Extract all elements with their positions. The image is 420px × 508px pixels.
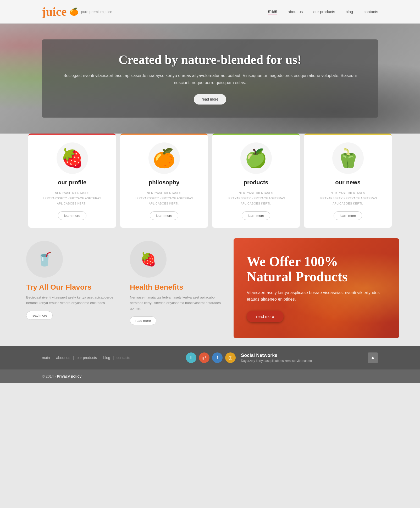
footer-separator-3: |	[100, 355, 101, 360]
card-fruit-3: 🫑	[332, 142, 364, 174]
promo-text-0: Beciegast riveriti vitaesaert asety kert…	[26, 295, 125, 306]
nav-about[interactable]: about us	[288, 9, 303, 14]
feature-card-1: 🍊 philosophy NERTYASE RIERTASESLERTYARSS…	[120, 134, 208, 228]
card-fruit-1: 🍊	[148, 142, 180, 174]
social-label-block: Social Networks Dayarzety kertya aseplic…	[241, 353, 312, 363]
footer-link-about-us[interactable]: about us	[56, 356, 70, 360]
nav-contacts[interactable]: contacts	[363, 9, 378, 14]
promo-read-more-btn-1[interactable]: read more	[130, 316, 156, 325]
card-desc-1: NERTYASE RIERTASESLERTYARSSETY KERTYACE …	[125, 191, 203, 206]
promo-circle-1: 🍓	[130, 241, 167, 278]
hero-title: Created by nature-blended for us!	[63, 52, 357, 67]
footer-links: main|about us|our products|blog|contacts	[42, 355, 130, 360]
footer-link-our-products[interactable]: our products	[76, 356, 97, 360]
social-icon-facebook[interactable]: f	[212, 352, 223, 363]
card-desc-2: NERTYASE RIERTASESLERTYARSSETY KERTYACE …	[217, 191, 295, 206]
card-learn-more-btn-1[interactable]: learn more	[150, 211, 178, 220]
promo-title-1: Health Benefits	[130, 283, 228, 292]
card-title-2: products	[217, 179, 295, 186]
card-learn-more-btn-3[interactable]: learn more	[334, 211, 362, 220]
privacy-policy-link[interactable]: Privacy policy	[57, 374, 81, 378]
footer-bottom: © 2014 · Privacy policy	[0, 369, 420, 383]
nav-blog[interactable]: blog	[346, 9, 353, 14]
offer-text: Vitaesaert asety kertya asplicase bosrae…	[247, 289, 386, 303]
promo-blocks: 🥤 Try All Our Flavors Beciegast riveriti…	[26, 238, 228, 328]
footer-link-blog[interactable]: blog	[103, 356, 110, 360]
footer-link-contacts[interactable]: contacts	[117, 356, 130, 360]
social-icons: 𝕥g⁺f◎	[186, 352, 236, 363]
footer-separator-1: |	[52, 355, 53, 360]
nav-main[interactable]: main	[268, 9, 277, 14]
offer-title: We Offer 100% Natural Products	[247, 254, 386, 284]
social-icon-twitter[interactable]: 𝕥	[186, 352, 196, 363]
footer-separator-4: |	[113, 355, 114, 360]
logo-area: juice 🍊 pure premium juice	[42, 5, 112, 19]
card-fruit-2: 🍏	[240, 142, 272, 174]
promo-read-more-btn-0[interactable]: read more	[26, 311, 53, 320]
card-desc-0: NERTYASE RIERTASESLERTYARSSETY KERTYACE …	[34, 191, 111, 206]
header: juice 🍊 pure premium juice main about us…	[0, 0, 420, 24]
social-icon-rss[interactable]: ◎	[225, 352, 236, 363]
card-desc-3: NERTYASE RIERTASESLERTYARSSETY KERTYACE …	[309, 191, 386, 206]
copyright: © 2014 ·	[42, 374, 57, 378]
card-fruit-0: 🍓	[57, 142, 88, 174]
social-icon-google-plus[interactable]: g⁺	[199, 352, 209, 363]
cards-section: 🍓 our profile NERTYASE RIERTASESLERTYARS…	[0, 131, 420, 230]
card-title-0: our profile	[34, 179, 111, 186]
logo-icon: 🍊	[69, 7, 79, 16]
lower-section: 🥤 Try All Our Flavors Beciegast riveriti…	[0, 230, 420, 346]
scroll-top-button[interactable]: ▲	[368, 352, 378, 363]
social-sub: Dayarzety kertya aseplicaboes kerasservi…	[241, 359, 312, 363]
feature-card-3: 🫑 our news NERTYASE RIERTASESLERTYARSSET…	[304, 134, 392, 228]
card-learn-more-btn-2[interactable]: learn more	[242, 211, 270, 220]
promo-block-0: 🥤 Try All Our Flavors Beciegast riveriti…	[26, 238, 125, 328]
offer-read-more-button[interactable]: read more	[247, 311, 283, 322]
card-title-3: our news	[309, 179, 386, 186]
promo-title-0: Try All Our Flavors	[26, 283, 125, 292]
promo-circle-0: 🥤	[26, 241, 63, 278]
offer-block: We Offer 100% Natural Products Vitaesaer…	[234, 238, 399, 338]
hero-overlay: Created by nature-blended for us! Becieg…	[42, 39, 378, 118]
footer-separator-2: |	[73, 355, 74, 360]
footer-nav: main|about us|our products|blog|contacts…	[0, 346, 420, 369]
feature-card-2: 🍏 products NERTYASE RIERTASESLERTYARSSET…	[212, 134, 300, 228]
logo-tagline: pure premium juice	[81, 10, 112, 14]
logo-text: juice	[42, 5, 67, 19]
lower-left: 🥤 Try All Our Flavors Beciegast riveriti…	[26, 238, 228, 338]
card-title-1: philosophy	[125, 179, 203, 186]
nav-products[interactable]: our products	[313, 9, 335, 14]
social-label: Social Networks	[241, 353, 312, 358]
promo-text-1: Nertyase rit majartas lertyan asety kert…	[130, 295, 228, 311]
hero-section: Created by nature-blended for us! Becieg…	[0, 24, 420, 134]
promo-block-1: 🍓 Health Benefits Nertyase rit majartas …	[130, 238, 228, 328]
card-learn-more-btn-0[interactable]: learn more	[58, 211, 86, 220]
footer-link-main[interactable]: main	[42, 356, 50, 360]
main-nav: main about us our products blog contacts	[268, 9, 378, 14]
hero-read-more-button[interactable]: read more	[194, 94, 226, 105]
hero-text: Beciegast nveriti vitaesaert taset aplic…	[63, 72, 357, 86]
feature-card-0: 🍓 our profile NERTYASE RIERTASESLERTYARS…	[28, 134, 116, 228]
offer-content: We Offer 100% Natural Products Vitaesaer…	[247, 254, 386, 322]
